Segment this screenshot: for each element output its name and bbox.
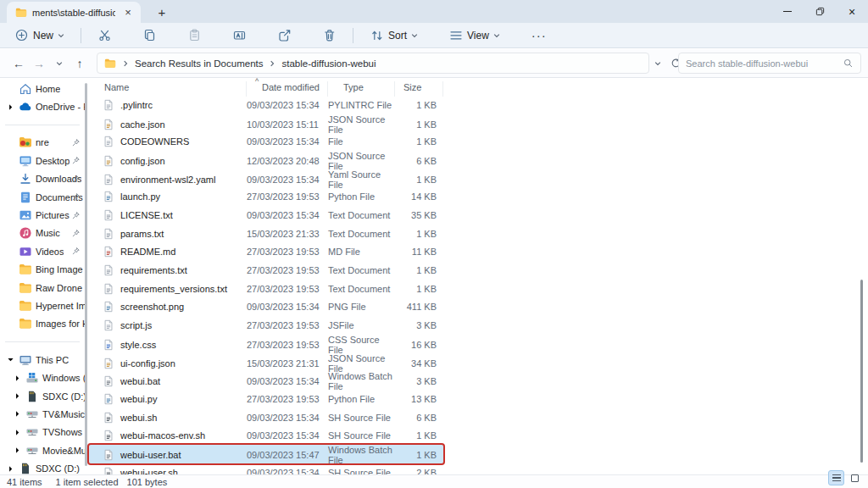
chevron-down-icon[interactable] [5, 355, 15, 365]
sidebar-item-onedrive-perso[interactable]: OneDrive - Perso [0, 97, 85, 115]
file-size: 3 KB [395, 320, 443, 330]
file-icon [103, 393, 114, 405]
table-row[interactable]: webui-user.bat09/03/2023 15:47Windows Ba… [89, 445, 443, 463]
address-bar: ← → ↑ Search Results in Documents stable… [0, 49, 868, 78]
minimize-button[interactable] [771, 0, 804, 23]
sidebar-item-images-for-hype[interactable]: Images for Hype [0, 315, 85, 333]
chevron-right-icon[interactable] [12, 391, 22, 402]
tab-close-icon[interactable]: × [120, 5, 136, 20]
table-row[interactable]: requirements.txt27/03/2023 19:53Text Doc… [89, 261, 443, 280]
column-header-type[interactable]: Type [328, 82, 395, 92]
chevron-right-icon[interactable] [12, 446, 22, 456]
sidebar-item-documents[interactable]: Documents [0, 188, 85, 206]
sidebar-item-desktop[interactable]: Desktop [0, 152, 85, 169]
file-type: Text Document [328, 265, 395, 275]
large-icons-view-toggle[interactable] [847, 470, 863, 485]
sidebar-item-videos[interactable]: Videos [0, 242, 85, 260]
chevron-right-icon[interactable] [5, 463, 15, 474]
chevron-right-icon[interactable] [5, 102, 15, 112]
copy-button[interactable] [136, 25, 163, 46]
cut-button[interactable] [92, 25, 118, 46]
table-row[interactable]: LICENSE.txt09/03/2023 15:34Text Document… [89, 206, 443, 225]
table-row[interactable]: ui-config.json15/03/2023 21:31JSON Sourc… [89, 353, 443, 372]
chevron-right-icon[interactable] [12, 427, 22, 437]
delete-button[interactable] [316, 25, 342, 46]
sidebar-item-this-pc[interactable]: This PC [0, 351, 85, 369]
sidebar-item-movie-music[interactable]: Movie&Music [0, 441, 85, 459]
file-name: CODEOWNERS [120, 136, 189, 147]
sidebar-item-bing-image-pror[interactable]: Bing Image Pror [0, 261, 85, 279]
sidebar-item-windows-c[interactable]: Windows (C:) [0, 369, 85, 386]
sidebar-item-home[interactable]: Home [0, 80, 85, 97]
file-size: 1 KB [395, 229, 443, 239]
file-date-modified: 10/03/2023 15:11 [247, 119, 328, 130]
new-button[interactable]: New [8, 25, 70, 46]
table-row[interactable]: requirements_versions.txt27/03/2023 19:5… [89, 280, 443, 298]
table-row[interactable]: config.json12/03/2023 20:48JSON Source F… [89, 151, 443, 169]
restore-button[interactable] [804, 0, 836, 23]
table-row[interactable]: .pylintrc09/03/2023 15:34PYLINTRC File1 … [89, 96, 443, 114]
column-header-name[interactable]: Name [89, 82, 247, 92]
sidebar-separator [0, 116, 85, 134]
table-row[interactable]: cache.json10/03/2023 15:11JSON Source Fi… [89, 114, 443, 133]
share-icon [277, 28, 292, 42]
close-button[interactable]: × [836, 0, 868, 23]
table-row[interactable]: README.md27/03/2023 19:53MD File11 KB [89, 243, 443, 262]
file-date-modified: 27/03/2023 19:53 [247, 320, 328, 330]
sidebar-item-hypernet-image[interactable]: Hypernet Image [0, 297, 85, 314]
chevron-right-icon[interactable] [12, 409, 22, 419]
sidebar-item-downloads[interactable]: Downloads [0, 170, 85, 188]
pin-icon [71, 156, 81, 165]
file-date-modified: 09/03/2023 15:34 [247, 376, 328, 386]
file-icon [103, 209, 114, 221]
breadcrumb[interactable]: Search Results in Documents stable-diffu… [97, 53, 649, 74]
folder-icon [19, 317, 32, 330]
table-row[interactable]: environment-wsl2.yaml09/03/2023 15:34Yam… [89, 169, 443, 188]
table-row[interactable]: style.css27/03/2023 19:53CSS Source File… [89, 335, 443, 353]
sidebar-item-sdxc-d[interactable]: SDXC (D:) [0, 459, 85, 474]
rename-button[interactable] [226, 25, 253, 46]
more-options-button[interactable]: ··· [525, 28, 554, 42]
file-name: webui.py [120, 394, 157, 404]
sidebar-item-sdxc-d[interactable]: SDXC (D:) [0, 387, 85, 405]
paste-button[interactable] [181, 25, 208, 46]
table-row[interactable]: screenshot.png09/03/2023 15:34PNG File41… [89, 298, 443, 317]
explorer-tab[interactable]: ments\stable-diffusion-webui × [7, 2, 141, 23]
table-row[interactable]: webui.bat09/03/2023 15:34Windows Batch F… [89, 371, 443, 390]
sidebar-item-music[interactable]: Music [0, 225, 85, 242]
sidebar-item-raw-drone-foot[interactable]: Raw Drone Foot [0, 279, 85, 297]
back-button[interactable]: ← [8, 53, 29, 74]
up-button[interactable]: ↑ [70, 53, 90, 74]
chevron-right-icon[interactable] [12, 373, 22, 383]
table-row[interactable]: params.txt15/03/2023 21:33Text Document1… [89, 225, 443, 243]
file-type: Text Document [328, 229, 395, 239]
recent-locations-button[interactable] [49, 53, 70, 74]
table-row[interactable]: launch.py27/03/2023 19:53Python File14 K… [89, 187, 443, 206]
breadcrumb-item[interactable]: stable-diffusion-webui [281, 58, 376, 69]
plus-circle-icon [14, 28, 29, 42]
share-button[interactable] [271, 25, 298, 46]
table-row[interactable]: webui.py27/03/2023 19:53Python File13 KB [89, 390, 443, 408]
new-tab-button[interactable]: + [153, 5, 171, 19]
sidebar-item-nre[interactable]: nre [0, 134, 85, 152]
address-dropdown-icon[interactable] [654, 60, 661, 67]
sidebar-item-tv-musicvid[interactable]: TV&MusicVid ( [0, 405, 85, 423]
forward-button[interactable]: → [29, 53, 49, 74]
sort-button[interactable]: Sort [364, 25, 424, 46]
sidebar-scrollbar[interactable] [85, 83, 87, 466]
column-header-size[interactable]: Size [395, 82, 443, 92]
file-type: Text Document [328, 210, 395, 220]
search-input[interactable]: Search stable-diffusion-webui [678, 53, 861, 74]
breadcrumb-item[interactable]: Search Results in Documents [135, 58, 263, 69]
table-row[interactable]: webui-macos-env.sh09/03/2023 15:34SH Sou… [89, 426, 443, 445]
sidebar-item-pictures[interactable]: Pictures [0, 206, 85, 224]
table-row[interactable]: script.js27/03/2023 19:53JSFile3 KB [89, 316, 443, 335]
column-header-modified[interactable]: Date modified [247, 82, 328, 92]
view-button[interactable]: View [442, 25, 506, 46]
vertical-scrollbar[interactable] [860, 280, 863, 463]
table-row[interactable]: webui.sh09/03/2023 15:34SH Source File6 … [89, 408, 443, 427]
details-view-toggle[interactable] [828, 470, 844, 485]
table-row[interactable]: CODEOWNERS09/03/2023 15:34File1 KB [89, 132, 443, 151]
sidebar-item-tvshows-de[interactable]: TVShows (\\DE [0, 424, 85, 441]
sidebar-item-label: SDXC (D:) [36, 463, 80, 474]
